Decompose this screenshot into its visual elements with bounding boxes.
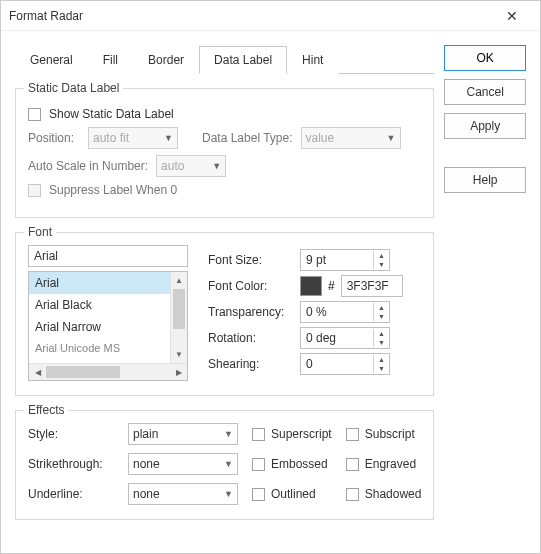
label-subscript: Subscript	[365, 427, 415, 441]
spinner-down-icon[interactable]: ▼	[374, 260, 389, 269]
checkbox-embossed[interactable]	[252, 458, 265, 471]
vertical-scrollbar[interactable]: ▲ ▼	[170, 272, 187, 363]
shearing-spinner[interactable]: 0 ▲▼	[300, 353, 390, 375]
color-hex-value: 3F3F3F	[347, 279, 389, 293]
spinner-down-icon[interactable]: ▼	[374, 338, 389, 347]
tab-fill[interactable]: Fill	[88, 46, 133, 74]
combo-type-value: value	[306, 131, 335, 145]
titlebar: Format Radar ✕	[1, 1, 540, 31]
spinner-up-icon[interactable]: ▲	[374, 355, 389, 364]
label-shearing: Shearing:	[208, 357, 294, 371]
label-underline: Underline:	[28, 487, 114, 501]
dialog-format-radar: Format Radar ✕ General Fill Border Data …	[0, 0, 541, 554]
combo-underline[interactable]: none ▼	[128, 483, 238, 505]
ok-button[interactable]: OK	[444, 45, 526, 71]
font-size-value: 9 pt	[301, 253, 373, 267]
scroll-up-icon[interactable]: ▲	[171, 272, 187, 289]
checkbox-shadowed[interactable]	[346, 488, 359, 501]
combo-strikethrough[interactable]: none ▼	[128, 453, 238, 475]
combo-style-value: plain	[133, 427, 158, 441]
scroll-left-icon[interactable]: ◀	[29, 364, 46, 380]
label-strikethrough: Strikethrough:	[28, 457, 114, 471]
tab-hint[interactable]: Hint	[287, 46, 338, 74]
list-item[interactable]: Arial Unicode MS	[29, 338, 170, 358]
shearing-value: 0	[301, 357, 373, 371]
label-type: Data Label Type:	[202, 131, 293, 145]
label-auto-scale: Auto Scale in Number:	[28, 159, 148, 173]
transparency-value: 0 %	[301, 305, 373, 319]
group-effects: Effects Style: plain ▼ Superscript Subsc…	[15, 410, 434, 520]
close-icon[interactable]: ✕	[492, 8, 532, 24]
scroll-right-icon[interactable]: ▶	[170, 364, 187, 380]
font-name-input[interactable]: Arial	[28, 245, 188, 267]
combo-position[interactable]: auto fit ▼	[88, 127, 178, 149]
label-style: Style:	[28, 427, 114, 441]
transparency-spinner[interactable]: 0 % ▲▼	[300, 301, 390, 323]
group-font: Font Arial Arial Arial Black Arial Narro…	[15, 232, 434, 396]
group-static-data-label: Static Data Label Show Static Data Label…	[15, 88, 434, 218]
label-show-static: Show Static Data Label	[49, 107, 174, 121]
label-embossed: Embossed	[271, 457, 328, 471]
checkbox-superscript[interactable]	[252, 428, 265, 441]
checkbox-outlined[interactable]	[252, 488, 265, 501]
window-title: Format Radar	[9, 9, 492, 23]
list-item[interactable]: Arial Narrow	[29, 316, 170, 338]
spinner-up-icon[interactable]: ▲	[374, 303, 389, 312]
label-font-color: Font Color:	[208, 279, 294, 293]
group-legend: Static Data Label	[24, 81, 123, 95]
combo-type[interactable]: value ▼	[301, 127, 401, 149]
spinner-down-icon[interactable]: ▼	[374, 364, 389, 373]
group-legend: Font	[24, 225, 56, 239]
font-name-value: Arial	[34, 249, 58, 263]
help-button[interactable]: Help	[444, 167, 526, 193]
label-engraved: Engraved	[365, 457, 416, 471]
color-hex-input[interactable]: 3F3F3F	[341, 275, 403, 297]
scroll-thumb[interactable]	[46, 366, 120, 378]
chevron-down-icon: ▼	[212, 161, 221, 171]
spinner-up-icon[interactable]: ▲	[374, 251, 389, 260]
combo-auto-scale-value: auto	[161, 159, 184, 173]
font-listbox[interactable]: Arial Arial Black Arial Narrow Arial Uni…	[28, 271, 188, 381]
font-size-spinner[interactable]: 9 pt ▲▼	[300, 249, 390, 271]
tab-data-label[interactable]: Data Label	[199, 46, 287, 74]
combo-strike-value: none	[133, 457, 160, 471]
combo-underline-value: none	[133, 487, 160, 501]
tab-general[interactable]: General	[15, 46, 88, 74]
tab-strip: General Fill Border Data Label Hint	[15, 45, 434, 74]
apply-button[interactable]: Apply	[444, 113, 526, 139]
chevron-down-icon: ▼	[387, 133, 396, 143]
chevron-down-icon: ▼	[224, 489, 233, 499]
checkbox-show-static[interactable]	[28, 108, 41, 121]
rotation-spinner[interactable]: 0 deg ▲▼	[300, 327, 390, 349]
label-suppress: Suppress Label When 0	[49, 183, 177, 197]
scroll-thumb[interactable]	[173, 289, 185, 329]
chevron-down-icon: ▼	[224, 459, 233, 469]
checkbox-engraved[interactable]	[346, 458, 359, 471]
chevron-down-icon: ▼	[224, 429, 233, 439]
spinner-up-icon[interactable]: ▲	[374, 329, 389, 338]
checkbox-suppress[interactable]	[28, 184, 41, 197]
rotation-value: 0 deg	[301, 331, 373, 345]
combo-auto-scale[interactable]: auto ▼	[156, 155, 226, 177]
scroll-down-icon[interactable]: ▼	[171, 346, 187, 363]
list-item[interactable]: Arial	[29, 272, 170, 294]
list-item[interactable]: Arial Black	[29, 294, 170, 316]
combo-style[interactable]: plain ▼	[128, 423, 238, 445]
horizontal-scrollbar[interactable]: ◀ ▶	[29, 363, 187, 380]
chevron-down-icon: ▼	[164, 133, 173, 143]
checkbox-subscript[interactable]	[346, 428, 359, 441]
label-transparency: Transparency:	[208, 305, 294, 319]
label-position: Position:	[28, 131, 80, 145]
label-shadowed: Shadowed	[365, 487, 422, 501]
label-outlined: Outlined	[271, 487, 316, 501]
group-legend: Effects	[24, 403, 68, 417]
label-rotation: Rotation:	[208, 331, 294, 345]
color-swatch[interactable]	[300, 276, 322, 296]
combo-position-value: auto fit	[93, 131, 129, 145]
label-superscript: Superscript	[271, 427, 332, 441]
spinner-down-icon[interactable]: ▼	[374, 312, 389, 321]
cancel-button[interactable]: Cancel	[444, 79, 526, 105]
label-font-size: Font Size:	[208, 253, 294, 267]
tab-border[interactable]: Border	[133, 46, 199, 74]
color-hash: #	[328, 279, 335, 293]
